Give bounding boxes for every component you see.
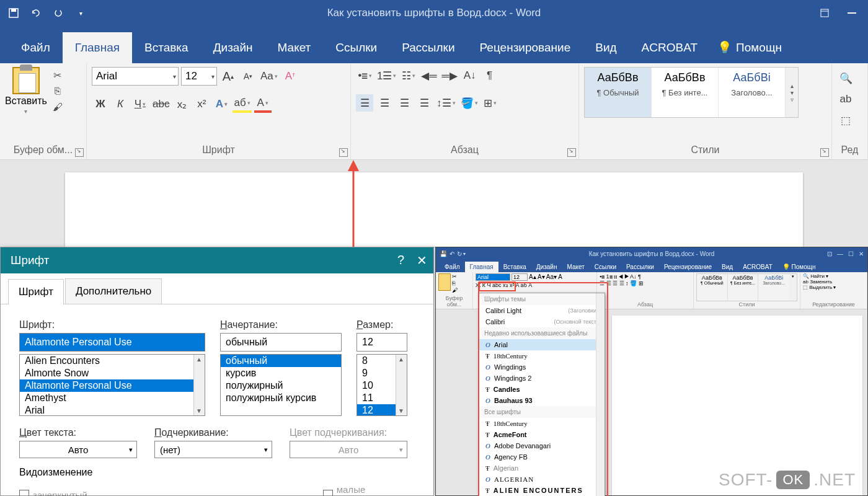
shading-icon[interactable]: 🪣 <box>459 94 479 112</box>
paste-label[interactable]: Вставить <box>5 95 47 107</box>
style-normal[interactable]: АаБбВв ¶ Обычный <box>585 68 652 117</box>
font-color-icon[interactable]: A <box>254 95 272 113</box>
tab-insert[interactable]: Вставка <box>132 32 201 63</box>
align-center-icon[interactable]: ☰ <box>376 94 393 112</box>
tab-layout[interactable]: Макет <box>265 32 324 63</box>
mini-tab-design[interactable]: Дизайн <box>531 262 562 272</box>
list-item[interactable]: курсив <box>221 367 341 379</box>
tab-view[interactable]: Вид <box>583 32 629 63</box>
tab-references[interactable]: Ссылки <box>323 32 389 63</box>
mini-tab-references[interactable]: Ссылки <box>590 262 621 272</box>
dd-item[interactable]: OALGERIAN <box>479 474 604 485</box>
font-launcher[interactable] <box>339 148 348 157</box>
align-right-icon[interactable]: ☰ <box>396 94 413 112</box>
style-nospacing[interactable]: АаБбВв ¶ Без инте... <box>652 68 719 117</box>
superscript-button[interactable]: x² <box>193 95 210 113</box>
dd-item[interactable]: Calibri(Основной текст) <box>479 316 604 327</box>
italic-button[interactable]: К <box>112 95 129 113</box>
line-spacing-icon[interactable]: ↕☰ <box>435 94 457 112</box>
change-case-icon[interactable]: Aa <box>259 68 279 85</box>
mini-tab-mailings[interactable]: Рассылки <box>621 262 659 272</box>
underline-dropdown[interactable]: (нет) <box>154 441 272 458</box>
styles-launcher[interactable] <box>820 148 829 157</box>
help-icon[interactable]: ? <box>397 253 404 268</box>
dd-item[interactable]: ŦAcmeFont <box>479 429 604 440</box>
color-dropdown[interactable]: Авто <box>19 441 137 458</box>
minimize-button[interactable] <box>839 4 864 22</box>
ucolor-dropdown[interactable]: Авто <box>290 441 407 458</box>
dialog-tab-font[interactable]: Шрифт <box>8 279 64 304</box>
mini-minimize-icon[interactable]: — <box>837 250 843 257</box>
close-icon[interactable]: ✕ <box>417 253 427 268</box>
justify-icon[interactable]: ☰ <box>415 94 433 112</box>
dd-item[interactable]: OBauhaus 93 <box>479 395 604 406</box>
mini-tab-insert[interactable]: Вставка <box>498 262 531 272</box>
dd-item[interactable]: ŦALIEN ENCOUNTERS <box>479 485 604 496</box>
text-effects-icon[interactable]: A <box>213 95 230 113</box>
qat-customize[interactable]: ▾ <box>72 4 89 22</box>
dialog-tab-advanced[interactable]: Дополнительно <box>65 278 162 304</box>
strike-button[interactable]: abc <box>151 95 170 113</box>
mini-document-page[interactable] <box>612 316 862 495</box>
highlight-icon[interactable]: aб <box>232 95 251 113</box>
scrollbar[interactable] <box>396 355 407 415</box>
scrollbar[interactable] <box>596 293 604 496</box>
dd-item[interactable]: ŦCandles <box>479 384 604 395</box>
list-item[interactable]: полужирный <box>221 379 341 392</box>
list-item[interactable]: Almonte Snow <box>20 367 205 379</box>
mini-size-combo[interactable]: 12 <box>512 273 528 281</box>
mini-ribbon-opts-icon[interactable]: ⊡ <box>827 250 832 257</box>
style-field-input[interactable] <box>220 333 342 352</box>
list-item[interactable]: Alien Encounters <box>20 355 205 367</box>
tab-review[interactable]: Рецензирование <box>467 32 583 63</box>
replace-icon[interactable]: ab <box>837 91 854 108</box>
borders-icon[interactable]: ⊞ <box>482 94 499 112</box>
format-painter-icon[interactable]: 🖌 <box>51 100 64 114</box>
mini-close-icon[interactable]: ✕ <box>859 250 864 257</box>
dd-item[interactable]: Ŧ18thCentury <box>479 418 604 429</box>
tab-file[interactable]: Файл <box>9 32 63 63</box>
mini-tab-home[interactable]: Главная <box>465 262 498 272</box>
subscript-button[interactable]: x₂ <box>173 95 190 113</box>
size-listbox[interactable]: 8 9 10 11 12 <box>356 354 407 416</box>
document-page[interactable] <box>65 172 803 247</box>
scrollbar[interactable] <box>193 355 205 415</box>
tell-me[interactable]: 💡Помощн <box>710 32 789 63</box>
dd-item[interactable]: OAgency FB <box>479 451 604 463</box>
copy-icon[interactable]: ⎘ <box>51 84 64 98</box>
clipboard-launcher[interactable] <box>75 148 84 157</box>
size-field-input[interactable] <box>356 333 407 352</box>
find-icon[interactable]: 🔍 <box>837 69 854 87</box>
mini-paste-icon[interactable] <box>438 273 451 291</box>
sort-icon[interactable]: A↓ <box>461 67 479 84</box>
list-item[interactable]: Amethyst <box>20 392 205 404</box>
dd-item[interactable]: OWingdings <box>479 361 604 373</box>
paste-icon[interactable] <box>12 67 40 94</box>
font-field-input[interactable] <box>19 333 205 352</box>
list-item[interactable]: Altamonte Personal Use <box>20 379 205 392</box>
cut-icon[interactable]: ✂ <box>51 68 64 82</box>
show-marks-icon[interactable]: ¶ <box>481 67 498 84</box>
style-heading[interactable]: АаБбВі Заголово... <box>719 68 786 117</box>
tab-acrobat[interactable]: ACROBAT <box>629 32 710 63</box>
redo-button[interactable] <box>50 4 67 22</box>
mini-tab-review[interactable]: Рецензирование <box>659 262 717 272</box>
tab-mailings[interactable]: Рассылки <box>389 32 467 63</box>
mini-tab-layout[interactable]: Макет <box>562 262 589 272</box>
save-button[interactable] <box>5 4 22 22</box>
font-listbox[interactable]: Alien Encounters Almonte Snow Altamonte … <box>19 354 205 416</box>
mini-tab-acrobat[interactable]: ACROBAT <box>738 262 777 272</box>
bullets-icon[interactable]: ⦁☰ <box>356 67 373 84</box>
paragraph-launcher[interactable] <box>567 148 576 157</box>
select-icon[interactable]: ⬚ <box>837 112 854 129</box>
strikethrough-checkbox[interactable]: зачеркнутый <box>19 484 87 496</box>
dd-item[interactable]: OArial <box>479 339 604 350</box>
tab-home[interactable]: Главная <box>63 32 132 63</box>
list-item[interactable]: обычный <box>221 355 341 367</box>
dd-item[interactable]: OAdobe Devanagari <box>479 440 604 451</box>
increase-indent-icon[interactable]: ═▶ <box>441 67 459 84</box>
align-left-icon[interactable]: ☰ <box>356 94 373 112</box>
font-size-combo[interactable]: 12▾ <box>181 67 217 86</box>
clear-format-icon[interactable]: Aꜛ <box>281 68 299 85</box>
tab-design[interactable]: Дизайн <box>201 32 265 63</box>
